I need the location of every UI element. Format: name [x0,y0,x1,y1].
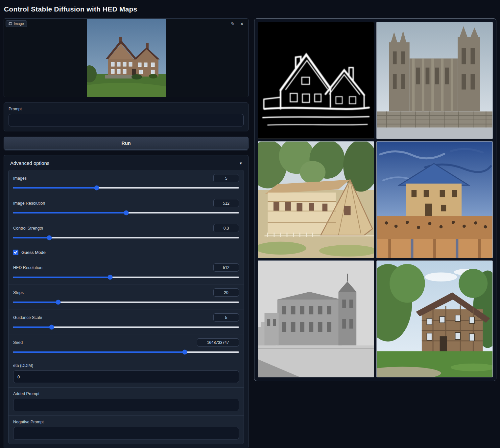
seed-value-input[interactable] [197,338,239,347]
negative-prompt-label: Negative Prompt [13,420,239,424]
hed-edge-map-image [258,22,374,139]
steps-slider[interactable] [13,300,239,305]
gallery-item-timber-house[interactable] [376,260,493,377]
image-input-label-text: Image [14,22,24,26]
prompt-label: Prompt [9,107,244,111]
prompt-input[interactable] [9,114,244,126]
gallery-item-farmhouse-painting[interactable] [258,141,374,258]
image-input[interactable]: Image ✎ ✕ [4,18,249,97]
images-slider-row: Images [9,170,244,195]
eta-label: eta (DDIM) [13,363,239,368]
added-prompt-row: Added Prompt [9,388,244,416]
gallery-item-cathedral[interactable] [376,22,493,139]
negative-prompt-input[interactable] [13,427,239,439]
image-icon [9,22,12,26]
clear-image-button[interactable]: ✕ [238,20,246,28]
page-title: Control Stable Diffusion with HED Maps [4,5,496,13]
edit-image-button[interactable]: ✎ [229,20,236,28]
steps-value-input[interactable] [213,288,239,297]
eta-row: eta (DDIM) [9,359,244,388]
image-resolution-value-input[interactable] [213,199,239,207]
guidance-scale-slider-row: Guidance Scale [9,309,244,334]
advanced-options-accordion: Advanced options ▼ Images [4,155,249,448]
images-label: Images [13,176,27,181]
slider-handle[interactable] [47,235,52,240]
gallery-item-impressionist-house[interactable] [376,141,493,258]
run-button[interactable]: Run [4,137,249,150]
advanced-options-form: Images Image Resolution [8,170,244,444]
image-toolbar: ✎ ✕ [229,20,246,28]
slider-handle[interactable] [49,325,54,330]
timber-house-image [377,261,492,377]
prompt-block: Prompt [4,102,249,131]
guidance-scale-label: Guidance Scale [13,315,42,320]
gallery-item-grayscale-manor[interactable] [258,260,374,377]
control-strength-value-input[interactable] [213,224,239,232]
hed-resolution-value-input[interactable] [213,263,239,272]
negative-prompt-row: Negative Prompt [9,416,244,444]
image-resolution-slider[interactable] [13,210,239,215]
slider-handle[interactable] [182,350,187,355]
image-input-label: Image [6,20,27,27]
eta-input[interactable] [13,370,239,383]
impressionist-house-image [377,142,492,258]
images-value-input[interactable] [213,174,239,182]
hed-resolution-slider-row: HED Resolution [9,259,244,284]
slider-handle[interactable] [124,211,129,215]
seed-slider-row: Seed [9,334,244,359]
house-photo-image [87,19,166,97]
uploaded-image [87,19,166,97]
added-prompt-input[interactable] [13,399,239,411]
control-strength-slider-row: Control Strength [9,220,244,245]
image-resolution-label: Image Resolution [13,201,45,206]
guess-mode-checkbox[interactable] [13,250,18,255]
seed-slider[interactable] [13,349,239,355]
advanced-options-title: Advanced options [10,160,49,166]
main-columns: Image ✎ ✕ [4,18,496,448]
advanced-options-header[interactable]: Advanced options ▼ [8,160,244,170]
guess-mode-row: Guess Mode [9,245,244,259]
output-gallery [254,18,496,381]
farmhouse-painting-image [258,142,374,258]
cathedral-image [377,22,492,139]
results-column [254,18,496,381]
images-slider[interactable] [13,185,239,190]
seed-label: Seed [13,340,23,345]
gallery-item-hed-map[interactable] [258,22,374,139]
slider-handle[interactable] [108,275,113,280]
guess-mode-label[interactable]: Guess Mode [21,250,46,255]
guidance-scale-value-input[interactable] [213,313,239,322]
hed-resolution-slider[interactable] [13,275,239,280]
added-prompt-label: Added Prompt [13,392,239,396]
steps-slider-row: Steps [9,284,244,309]
guidance-scale-slider[interactable] [13,325,239,330]
controls-column: Image ✎ ✕ [4,18,249,448]
slider-handle[interactable] [94,186,99,190]
app-root: Control Stable Diffusion with HED Maps I… [0,0,500,448]
slider-handle[interactable] [56,300,61,305]
control-strength-slider[interactable] [13,235,239,240]
steps-label: Steps [13,290,24,295]
chevron-down-icon: ▼ [239,161,243,165]
image-resolution-slider-row: Image Resolution [9,195,244,220]
control-strength-label: Control Strength [13,226,43,231]
hed-resolution-label: HED Resolution [13,265,42,270]
grayscale-manor-image [258,261,374,377]
